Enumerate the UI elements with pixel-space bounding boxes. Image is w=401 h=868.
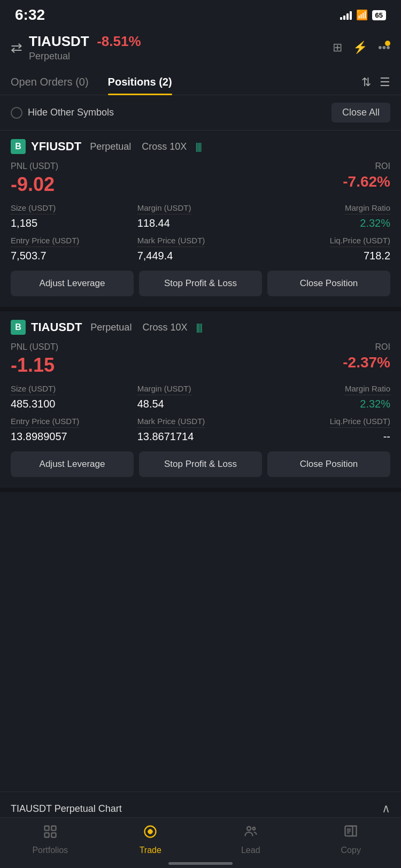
metrics-row-1-tia: Size (USDT) 485.3100 Margin (USDT) 48.54… (11, 384, 390, 410)
action-buttons-tia: Adjust Leverage Stop Profit & Loss Close… (11, 451, 390, 477)
adjust-leverage-button-yfi[interactable]: Adjust Leverage (11, 271, 134, 296)
pnl-value-tia: -1.15 (11, 354, 58, 377)
trade-icon (143, 824, 158, 843)
badge-buy-yfi: B (11, 139, 26, 154)
position-leverage-yfi: Cross 10X (142, 141, 187, 152)
entry-label-yfi: Entry Price (USDT) (11, 236, 79, 247)
tab-positions[interactable]: Positions (2) (108, 70, 172, 95)
size-label-yfi: Size (USDT) (11, 203, 56, 214)
candlestick-icon[interactable]: ⚡ (353, 41, 367, 55)
signal-bars-icon (340, 10, 352, 20)
sort-icon[interactable]: ⇅ (361, 75, 371, 89)
leverage-bars-yfi: |||| (195, 141, 201, 152)
position-header-yfi: B YFIUSDT Perpetual Cross 10X |||| (11, 139, 390, 154)
pnl-section-tia: PNL (USDT) -1.15 (11, 342, 58, 377)
symbol-name[interactable]: TIAUSDT (29, 33, 89, 49)
roi-section-tia: ROI -2.37% (343, 342, 390, 371)
entry-label-tia: Entry Price (USDT) (11, 417, 79, 428)
status-bar: 6:32 📶 65 (0, 0, 401, 28)
size-value-tia: 485.3100 (11, 398, 137, 410)
pnl-label-yfi: PNL (USDT) (11, 162, 58, 171)
status-icons: 📶 65 (340, 9, 386, 21)
metric-liq-tia: Liq.Price (USDT) -- (264, 417, 390, 443)
svg-rect-0 (44, 826, 49, 831)
svg-point-5 (149, 830, 152, 834)
hide-symbols-toggle[interactable]: Hide Other Symbols (11, 107, 114, 119)
metrics-row-1-yfi: Size (USDT) 1,185 Margin (USDT) 118.44 M… (11, 203, 390, 229)
nav-item-lead[interactable]: Lead (213, 824, 288, 855)
margin-ratio-value-tia: 2.32% (264, 398, 390, 410)
metric-margin-ratio-yfi: Margin Ratio 2.32% (264, 203, 390, 229)
tabs-bar: Open Orders (0) Positions (2) ⇅ ☰ (0, 70, 401, 95)
size-label-tia: Size (USDT) (11, 384, 56, 395)
nav-label-lead: Lead (241, 846, 260, 855)
lead-icon (243, 824, 258, 843)
action-buttons-yfi: Adjust Leverage Stop Profit & Loss Close… (11, 271, 390, 296)
nav-item-portfolios[interactable]: Portfolios (13, 824, 88, 855)
symbol-type: Perpetual (29, 51, 141, 62)
position-leverage-tia: Cross 10X (142, 322, 187, 333)
symbol-change: -8.51% (97, 33, 141, 49)
roi-label-tia: ROI (343, 342, 390, 352)
portfolios-icon (43, 824, 58, 843)
close-position-button-yfi[interactable]: Close Position (267, 271, 390, 296)
more-options-wrap[interactable]: ••• (378, 41, 390, 55)
list-icon[interactable]: ☰ (380, 75, 390, 89)
svg-point-6 (247, 827, 251, 831)
svg-rect-3 (51, 833, 56, 837)
leverage-bars-tia: |||| (196, 322, 202, 333)
margin-ratio-value-yfi: 2.32% (264, 217, 390, 229)
nav-item-copy[interactable]: Copy (313, 824, 388, 855)
metric-mark-tia: Mark Price (USDT) 13.8671714 (137, 417, 264, 443)
wifi-icon: 📶 (356, 9, 368, 21)
status-time: 6:32 (15, 6, 45, 24)
svg-rect-1 (51, 826, 56, 831)
mark-value-tia: 13.8671714 (137, 431, 264, 443)
pnl-section-yfi: PNL (USDT) -9.02 (11, 162, 58, 196)
roi-section-yfi: ROI -7.62% (343, 162, 390, 190)
entry-value-tia: 13.8989057 (11, 431, 137, 443)
filter-bar: Hide Other Symbols Close All (0, 95, 401, 130)
metric-size-tia: Size (USDT) 485.3100 (11, 384, 137, 410)
close-position-button-tia[interactable]: Close Position (267, 451, 390, 477)
margin-label-yfi: Margin (USDT) (137, 203, 191, 214)
position-card-tia: B TIAUSDT Perpetual Cross 10X |||| PNL (… (0, 311, 401, 492)
stop-profit-loss-button-yfi[interactable]: Stop Profit & Loss (139, 271, 262, 296)
badge-buy-tia: B (11, 320, 26, 335)
chevron-up-icon[interactable]: ∧ (382, 802, 390, 816)
toggle-circle[interactable] (11, 107, 22, 119)
nav-label-copy: Copy (341, 846, 361, 855)
metric-entry-yfi: Entry Price (USDT) 7,503.7 (11, 236, 137, 262)
bottom-nav: Portfolios Trade Lead (0, 817, 401, 868)
metrics-row-2-tia: Entry Price (USDT) 13.8989057 Mark Price… (11, 417, 390, 443)
pnl-row-tia: PNL (USDT) -1.15 ROI -2.37% (11, 342, 390, 377)
metrics-row-2-yfi: Entry Price (USDT) 7,503.7 Mark Price (U… (11, 236, 390, 262)
position-type-yfi: Perpetual (90, 141, 131, 152)
home-indicator (168, 862, 233, 865)
position-header-tia: B TIAUSDT Perpetual Cross 10X |||| (11, 320, 390, 335)
copy-icon (343, 824, 358, 843)
close-all-button[interactable]: Close All (331, 103, 390, 122)
metric-mark-yfi: Mark Price (USDT) 7,449.4 (137, 236, 264, 262)
stop-profit-loss-button-tia[interactable]: Stop Profit & Loss (139, 451, 262, 477)
swap-icon[interactable]: ⇄ (11, 40, 22, 56)
entry-value-yfi: 7,503.7 (11, 250, 137, 262)
position-card-yfi: B YFIUSDT Perpetual Cross 10X |||| PNL (… (0, 130, 401, 311)
metric-entry-tia: Entry Price (USDT) 13.8989057 (11, 417, 137, 443)
liq-label-yfi: Liq.Price (USDT) (330, 236, 390, 247)
pnl-row-yfi: PNL (USDT) -9.02 ROI -7.62% (11, 162, 390, 196)
roi-value-tia: -2.37% (343, 354, 390, 371)
mark-label-tia: Mark Price (USDT) (137, 417, 205, 428)
roi-label-yfi: ROI (343, 162, 390, 171)
tab-right-icons: ⇅ ☰ (361, 75, 390, 89)
tab-open-orders[interactable]: Open Orders (0) (11, 70, 89, 95)
symbol-title-row: TIAUSDT -8.51% (29, 33, 141, 50)
margin-ratio-label-tia: Margin Ratio (345, 384, 390, 395)
nav-item-trade[interactable]: Trade (113, 824, 188, 855)
hide-symbols-label: Hide Other Symbols (28, 107, 114, 118)
nav-label-trade: Trade (140, 846, 161, 855)
adjust-leverage-button-tia[interactable]: Adjust Leverage (11, 451, 134, 477)
margin-label-tia: Margin (USDT) (137, 384, 191, 395)
margin-value-yfi: 118.44 (137, 217, 264, 229)
chart-settings-icon[interactable]: ⊞ (333, 41, 342, 55)
